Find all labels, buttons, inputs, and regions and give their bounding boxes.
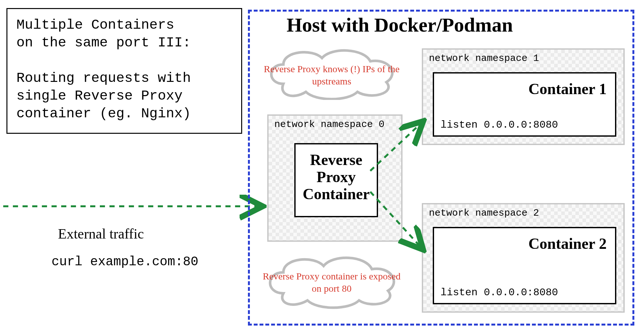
title-line: container (eg. Nginx) [16, 105, 232, 122]
host-title: Host with Docker/Podman [287, 14, 513, 36]
container-2-listen: listen 0.0.0.0:8080 [440, 287, 558, 298]
rp-line: Proxy [296, 169, 377, 186]
cloud-top: Reverse Proxy knows (!) IPs of the upstr… [261, 45, 402, 100]
ns1-label: network namespace 1 [429, 53, 539, 64]
cloud-bottom-text: Reverse Proxy container is exposed on po… [261, 270, 402, 294]
svg-line-2 [370, 192, 422, 248]
external-arrow [3, 193, 270, 219]
svg-line-1 [370, 122, 422, 171]
container-1: Container 1 listen 0.0.0.0:8080 [433, 72, 616, 137]
container-2: Container 2 listen 0.0.0.0:8080 [433, 227, 616, 304]
title-box: Multiple Containers on the same port III… [6, 8, 242, 134]
title-line: Routing requests with [16, 69, 232, 87]
container-1-title: Container 1 [434, 73, 615, 98]
cloud-bottom: Reverse Proxy container is exposed on po… [261, 251, 402, 309]
container-2-title: Container 2 [434, 228, 615, 252]
container-1-listen: listen 0.0.0.0:8080 [440, 119, 558, 131]
network-namespace-1: network namespace 1 Container 1 listen 0… [422, 48, 625, 145]
title-line: Multiple Containers [16, 16, 232, 34]
external-curl-command: curl example.com:80 [52, 255, 198, 269]
arrow-to-container-2 [367, 185, 431, 256]
network-namespace-2: network namespace 2 Container 2 listen 0… [422, 203, 625, 313]
arrow-to-container-1 [367, 116, 431, 181]
title-line [16, 52, 232, 69]
title-line: on the same port III: [16, 34, 232, 52]
reverse-proxy-container: Reverse Proxy Container [294, 143, 378, 217]
rp-line: Container [296, 186, 377, 203]
external-traffic-label: External traffic [58, 226, 144, 242]
rp-line: Reverse [296, 151, 377, 169]
cloud-top-text: Reverse Proxy knows (!) IPs of the upstr… [261, 63, 402, 87]
title-line: single Reverse Proxy [16, 87, 232, 105]
ns2-label: network namespace 2 [429, 208, 539, 219]
